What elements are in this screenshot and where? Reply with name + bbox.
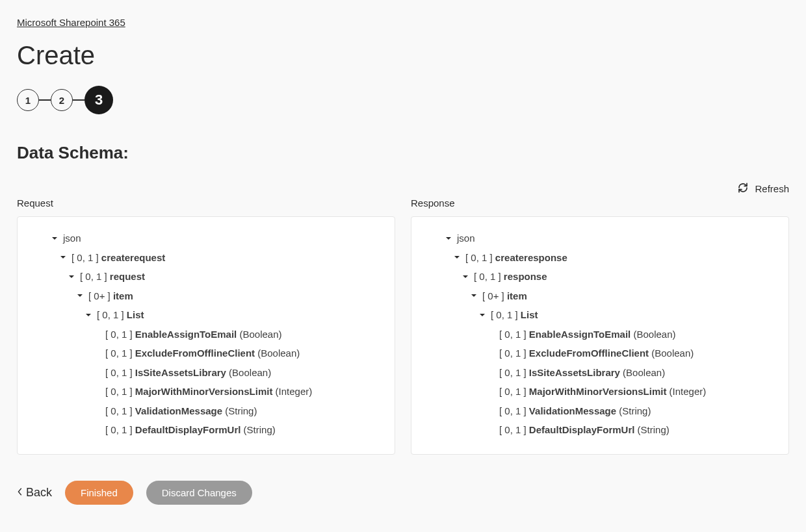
refresh-button[interactable]: Refresh: [17, 183, 789, 195]
discard-button[interactable]: Discard Changes: [146, 481, 252, 505]
tree-node-label: [ 0+ ] item: [88, 290, 133, 303]
tree-node-leaf-2[interactable]: [ 0, 1 ] IsSiteAssetsLibrary (Boolean): [29, 363, 383, 383]
chevron-down-icon[interactable]: [469, 292, 478, 299]
tree-node-level3[interactable]: [ 0+ ] item: [29, 286, 383, 306]
response-column: Response json[ 0, 1 ] createresponse[ 0,…: [411, 197, 789, 455]
tree-node-level4[interactable]: [ 0, 1 ] List: [423, 305, 777, 325]
stepper: 1 2 3: [17, 86, 789, 114]
tree-node-label: [ 0, 1 ] request: [80, 270, 145, 283]
tree-node-leaf-3[interactable]: [ 0, 1 ] MajorWithMinorVersionsLimit (In…: [29, 382, 383, 401]
footer-actions: Back Finished Discard Changes: [17, 481, 789, 505]
tree-node-leaf-5[interactable]: [ 0, 1 ] DefaultDisplayFormUrl (String): [29, 420, 383, 440]
tree-node-label: [ 0, 1 ] EnableAssignToEmail (Boolean): [105, 328, 282, 341]
tree-node-leaf-1[interactable]: [ 0, 1 ] ExcludeFromOfflineClient (Boole…: [29, 344, 383, 363]
tree-node-label: [ 0, 1 ] response: [474, 270, 547, 283]
tree-node-leaf-4[interactable]: [ 0, 1 ] ValidationMessage (String): [29, 401, 383, 421]
tree-node-level2[interactable]: [ 0, 1 ] response: [423, 267, 777, 286]
tree-node-label: [ 0, 1 ] MajorWithMinorVersionsLimit (In…: [105, 385, 312, 398]
request-card: json[ 0, 1 ] createrequest[ 0, 1 ] reque…: [17, 216, 395, 455]
breadcrumb-link[interactable]: Microsoft Sharepoint 365: [17, 17, 125, 28]
request-heading: Request: [17, 197, 395, 209]
tree-node-label: [ 0+ ] item: [482, 290, 527, 303]
chevron-left-icon: [17, 486, 23, 500]
chevron-down-icon[interactable]: [452, 253, 462, 261]
step-3[interactable]: 3: [84, 86, 113, 114]
tree-node-label: [ 0, 1 ] IsSiteAssetsLibrary (Boolean): [499, 366, 665, 379]
tree-node-root[interactable]: json: [29, 229, 383, 248]
tree-node-level1[interactable]: [ 0, 1 ] createresponse: [423, 248, 777, 268]
back-label: Back: [26, 486, 52, 500]
tree-node-label: [ 0, 1 ] DefaultDisplayFormUrl (String): [105, 424, 276, 437]
tree-node-level2[interactable]: [ 0, 1 ] request: [29, 267, 383, 286]
page-title: Create: [17, 41, 789, 70]
back-button[interactable]: Back: [17, 486, 52, 500]
tree-node-leaf-1[interactable]: [ 0, 1 ] ExcludeFromOfflineClient (Boole…: [423, 344, 777, 363]
response-card: json[ 0, 1 ] createresponse[ 0, 1 ] resp…: [411, 216, 789, 455]
tree-node-leaf-0[interactable]: [ 0, 1 ] EnableAssignToEmail (Boolean): [29, 325, 383, 344]
chevron-down-icon[interactable]: [84, 311, 93, 319]
tree-node-label: [ 0, 1 ] createresponse: [465, 251, 567, 264]
chevron-down-icon[interactable]: [50, 234, 59, 242]
tree-node-label: [ 0, 1 ] IsSiteAssetsLibrary (Boolean): [105, 366, 271, 379]
tree-node-label: [ 0, 1 ] DefaultDisplayFormUrl (String): [499, 424, 670, 437]
tree-node-leaf-2[interactable]: [ 0, 1 ] IsSiteAssetsLibrary (Boolean): [423, 363, 777, 383]
tree-node-label: [ 0, 1 ] ValidationMessage (String): [105, 405, 257, 418]
chevron-down-icon[interactable]: [75, 292, 84, 299]
tree-node-label: json: [63, 232, 81, 245]
section-heading: Data Schema:: [17, 143, 789, 163]
tree-node-label: json: [457, 232, 475, 245]
chevron-down-icon[interactable]: [58, 253, 68, 261]
step-1[interactable]: 1: [17, 89, 39, 111]
tree-node-label: [ 0, 1 ] EnableAssignToEmail (Boolean): [499, 328, 676, 341]
step-connector: [73, 99, 84, 101]
request-column: Request json[ 0, 1 ] createrequest[ 0, 1…: [17, 197, 395, 455]
tree-node-label: [ 0, 1 ] ExcludeFromOfflineClient (Boole…: [105, 347, 300, 360]
tree-node-label: [ 0, 1 ] List: [97, 309, 144, 322]
tree-node-label: [ 0, 1 ] ValidationMessage (String): [499, 405, 651, 418]
tree-node-level1[interactable]: [ 0, 1 ] createrequest: [29, 248, 383, 268]
tree-node-leaf-5[interactable]: [ 0, 1 ] DefaultDisplayFormUrl (String): [423, 420, 777, 440]
chevron-down-icon[interactable]: [67, 273, 76, 281]
tree-node-label: [ 0, 1 ] MajorWithMinorVersionsLimit (In…: [499, 385, 706, 398]
tree-node-leaf-3[interactable]: [ 0, 1 ] MajorWithMinorVersionsLimit (In…: [423, 382, 777, 401]
tree-node-root[interactable]: json: [423, 229, 777, 248]
response-heading: Response: [411, 197, 789, 209]
tree-node-level4[interactable]: [ 0, 1 ] List: [29, 305, 383, 325]
tree-node-label: [ 0, 1 ] ExcludeFromOfflineClient (Boole…: [499, 347, 694, 360]
refresh-icon: [738, 183, 748, 195]
step-connector: [39, 99, 51, 101]
chevron-down-icon[interactable]: [478, 311, 487, 319]
tree-node-label: [ 0, 1 ] createrequest: [72, 251, 165, 264]
tree-node-leaf-4[interactable]: [ 0, 1 ] ValidationMessage (String): [423, 401, 777, 421]
refresh-label: Refresh: [755, 183, 789, 194]
tree-node-leaf-0[interactable]: [ 0, 1 ] EnableAssignToEmail (Boolean): [423, 325, 777, 344]
step-2[interactable]: 2: [51, 89, 73, 111]
chevron-down-icon[interactable]: [444, 234, 453, 242]
finished-button[interactable]: Finished: [65, 481, 133, 505]
tree-node-level3[interactable]: [ 0+ ] item: [423, 286, 777, 306]
chevron-down-icon[interactable]: [461, 273, 470, 281]
tree-node-label: [ 0, 1 ] List: [491, 309, 538, 322]
